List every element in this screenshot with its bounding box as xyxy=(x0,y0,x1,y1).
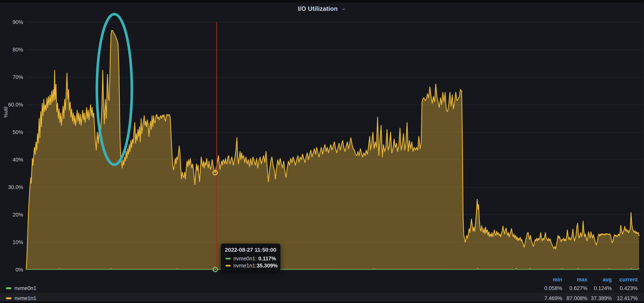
tooltip-series-value: 35.309% xyxy=(257,263,278,269)
panel-bottom-edge xyxy=(0,302,644,303)
legend-row-nvme1n1: nvme1n1 7.469% 87.008% 37.389% 12.417% xyxy=(0,295,644,302)
series-swatch-green[interactable] xyxy=(6,287,12,289)
tooltip-series-label: nvme0n1: xyxy=(234,256,257,262)
tooltip-timestamp: 2022-08-27 11:50:00 xyxy=(221,247,280,253)
legend-series-name[interactable]: nvme1n1 xyxy=(14,295,36,302)
io-utilization-chart[interactable] xyxy=(0,0,644,303)
grafana-io-utilization-panel: { "panel": { "title": "I/O Utilization",… xyxy=(0,0,644,303)
legend-series-name[interactable]: nvme0n1 xyxy=(14,285,36,292)
tooltip-series-label: nvme1n1: xyxy=(234,263,257,269)
nvme1n1-area xyxy=(26,30,639,270)
legend-stat-current: 12.417% xyxy=(604,295,638,302)
series-color-dash-green xyxy=(226,258,231,260)
tooltip-series-value: 0.117% xyxy=(258,256,276,262)
legend-header-avg[interactable]: avg xyxy=(582,277,612,282)
legend-header-current[interactable]: current xyxy=(608,277,638,282)
tooltip-row-nvme0n1: nvme0n1: 0.117% xyxy=(226,256,276,262)
legend-stat-current: 0.423% xyxy=(604,285,638,292)
legend-row-nvme0n1: nvme0n1 0.058% 0.627% 0.124% 0.423% xyxy=(0,285,644,292)
tooltip-row-nvme1n1: nvme1n1: 35.309% xyxy=(226,262,276,269)
legend-stat-headers: min max avg current xyxy=(0,277,644,282)
series-color-dash-yellow xyxy=(226,265,231,266)
hover-tooltip: 2022-08-27 11:50:00 nvme0n1: 0.117% nvme… xyxy=(221,244,280,271)
series-swatch-yellow[interactable] xyxy=(6,297,12,299)
